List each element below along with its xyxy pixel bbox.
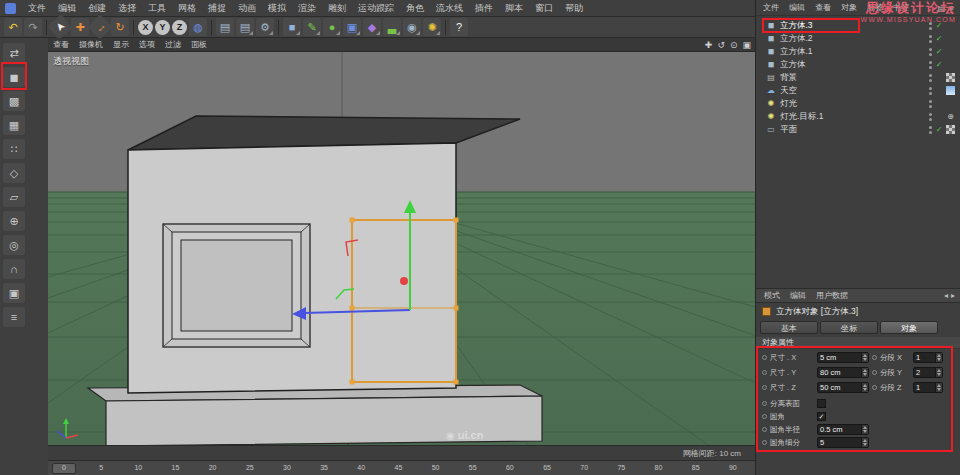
- stepper[interactable]: [935, 383, 942, 392]
- texture-tag-icon[interactable]: [946, 60, 955, 69]
- menu-item[interactable]: 捕捉: [202, 0, 232, 17]
- viewport-menu-item[interactable]: 过滤: [160, 38, 186, 52]
- viewport-pan-icon[interactable]: ✚: [705, 38, 713, 52]
- object-name[interactable]: 立方体: [780, 59, 806, 71]
- attribute-mode-item[interactable]: 用户数据: [811, 288, 853, 303]
- timeline-tick[interactable]: 50: [428, 461, 444, 475]
- timeline-ruler[interactable]: 0 5 10 15 20 25 30 35 40 45 50 55: [56, 461, 741, 475]
- timeline-tick[interactable]: 80: [651, 461, 667, 475]
- help-icon[interactable]: ?: [450, 18, 468, 36]
- enabled-check-icon[interactable]: ✓: [935, 34, 943, 43]
- make-editable-icon[interactable]: ⇄: [3, 43, 25, 63]
- polygons-mode-icon[interactable]: ▱: [3, 187, 25, 207]
- texture-tag-icon[interactable]: [946, 34, 955, 43]
- menu-item[interactable]: 编辑: [52, 0, 82, 17]
- viewport-solo-icon[interactable]: ◎: [3, 235, 25, 255]
- coordinate-system-icon[interactable]: ◍: [189, 18, 207, 36]
- stepper[interactable]: [861, 353, 868, 362]
- scale-tool-icon[interactable]: ↔: [87, 14, 112, 39]
- menu-item[interactable]: 模拟: [262, 0, 292, 17]
- axis-z-button[interactable]: Z: [172, 20, 187, 35]
- enabled-check-icon[interactable]: ✓: [935, 60, 943, 69]
- attribute-tab[interactable]: 坐标: [820, 321, 878, 334]
- visibility-dots[interactable]: [929, 113, 932, 121]
- timeline-tick[interactable]: 70: [576, 461, 592, 475]
- stepper[interactable]: [861, 368, 868, 377]
- window-inset[interactable]: [163, 224, 310, 347]
- segment-input[interactable]: 2: [913, 367, 943, 378]
- model-mode-icon[interactable]: ◼: [3, 67, 25, 87]
- menu-item[interactable]: 雕刻: [322, 0, 352, 17]
- visibility-dots[interactable]: [929, 48, 932, 56]
- fillet-subdivision-input[interactable]: 5: [817, 437, 869, 448]
- viewport-label[interactable]: 透视视图: [53, 55, 89, 68]
- timeline-tick[interactable]: 30: [279, 461, 295, 475]
- viewport-maximize-icon[interactable]: ▣: [742, 38, 751, 52]
- object-row[interactable]: ☁ 天空: [756, 84, 960, 97]
- axis-y-button[interactable]: Y: [155, 20, 170, 35]
- workplane-mode-icon[interactable]: ▦: [3, 115, 25, 135]
- timeline-tick[interactable]: 0: [56, 461, 72, 475]
- render-settings-icon[interactable]: ⚙: [256, 18, 274, 36]
- menu-item[interactable]: 插件: [469, 0, 499, 17]
- om-menu-item[interactable]: 对象: [836, 0, 862, 16]
- object-name[interactable]: 背景: [780, 72, 797, 84]
- timeline-tick[interactable]: 40: [353, 461, 369, 475]
- fillet-radius-input[interactable]: 0.5 cm: [817, 424, 869, 435]
- timeline-tick[interactable]: 5: [93, 461, 109, 475]
- fillet-checkbox[interactable]: ✓: [817, 412, 826, 421]
- enabled-check-icon[interactable]: ✓: [935, 125, 943, 134]
- move-tool-icon[interactable]: ✚: [71, 18, 89, 36]
- keyframe-dot[interactable]: [872, 385, 877, 390]
- viewport-menu-item[interactable]: 查看: [48, 38, 74, 52]
- menu-item[interactable]: 选择: [112, 0, 142, 17]
- add-light-icon[interactable]: ✺: [423, 18, 441, 36]
- attr-forward-icon[interactable]: ▸: [951, 291, 955, 300]
- keyframe-dot[interactable]: [762, 440, 767, 445]
- keyframe-dot[interactable]: [762, 370, 767, 375]
- timeline-tick[interactable]: 20: [205, 461, 221, 475]
- stepper[interactable]: [861, 383, 868, 392]
- menu-item[interactable]: 窗口: [529, 0, 559, 17]
- menu-item[interactable]: 网格: [172, 0, 202, 17]
- add-camera-icon[interactable]: ◉: [403, 18, 421, 36]
- segment-input[interactable]: 1: [913, 382, 943, 393]
- timeline-tick[interactable]: 45: [390, 461, 406, 475]
- perspective-viewport[interactable]: 查看 摄像机 显示 选项 过滤 面板 ✚ ↺ ⊙ ▣: [48, 38, 755, 445]
- stepper[interactable]: [935, 368, 942, 377]
- size-input[interactable]: 5 cm: [817, 352, 869, 363]
- texture-tag-icon[interactable]: [946, 99, 955, 108]
- keyframe-dot[interactable]: [762, 385, 767, 390]
- menu-item[interactable]: 脚本: [499, 0, 529, 17]
- visibility-dots[interactable]: [929, 126, 932, 134]
- separate-surfaces-checkbox[interactable]: [817, 399, 826, 408]
- add-array-icon[interactable]: ▣: [343, 18, 361, 36]
- object-properties-header[interactable]: 对象属性: [756, 337, 960, 349]
- texture-tag-icon[interactable]: ⊕: [946, 112, 955, 121]
- menu-item[interactable]: 渲染: [292, 0, 322, 17]
- keyframe-dot[interactable]: [762, 401, 767, 406]
- keyframe-dot[interactable]: [872, 370, 877, 375]
- object-row[interactable]: ✺ 灯光: [756, 97, 960, 110]
- menu-item[interactable]: 运动跟踪: [352, 0, 400, 17]
- attribute-tab[interactable]: 对象: [880, 321, 938, 334]
- object-row[interactable]: ◼ 立方体 ✓: [756, 58, 960, 71]
- z-axis-dot[interactable]: [400, 277, 408, 285]
- visibility-dots[interactable]: [929, 100, 932, 108]
- timeline-tick[interactable]: 55: [465, 461, 481, 475]
- texture-tag-icon[interactable]: [946, 125, 955, 134]
- om-menu-item[interactable]: 查看: [810, 0, 836, 16]
- animation-timeline[interactable]: 0 5 10 15 20 25 30 35 40 45 50 55: [48, 460, 755, 475]
- viewport-menu-item[interactable]: 摄像机: [74, 38, 108, 52]
- texture-mode-icon[interactable]: ▩: [3, 91, 25, 111]
- segment-input[interactable]: 1: [913, 352, 943, 363]
- om-menu-item[interactable]: 编辑: [784, 0, 810, 16]
- texture-tag-icon[interactable]: [946, 86, 955, 95]
- object-name[interactable]: 灯光: [780, 98, 797, 110]
- object-name[interactable]: 灯光.目标.1: [780, 111, 823, 123]
- visibility-dots[interactable]: [929, 74, 932, 82]
- attribute-tab[interactable]: 基本: [760, 321, 818, 334]
- stepper[interactable]: [861, 425, 868, 434]
- timeline-tick[interactable]: 65: [539, 461, 555, 475]
- object-row[interactable]: ▤ 背景: [756, 71, 960, 84]
